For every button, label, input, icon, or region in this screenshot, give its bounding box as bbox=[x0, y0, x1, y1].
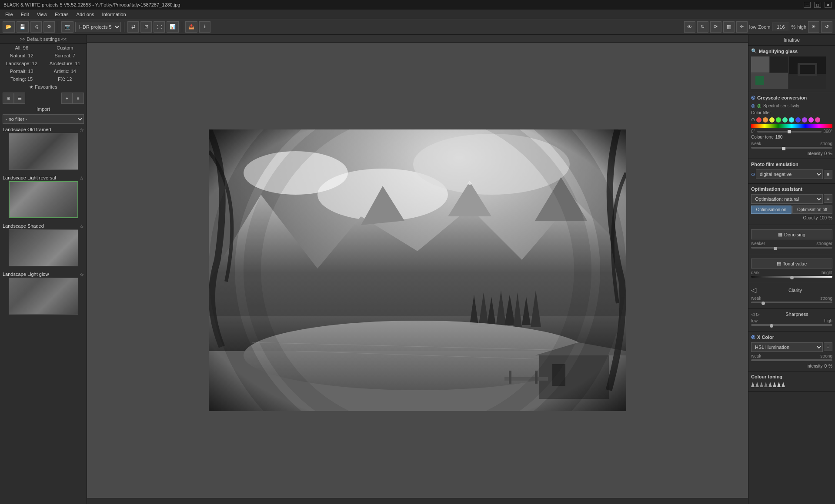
color-dot-cyan[interactable] bbox=[789, 117, 794, 123]
menu-file[interactable]: File bbox=[2, 11, 17, 18]
export-button[interactable]: 📤 bbox=[185, 21, 197, 33]
spectral-sensitivity-label[interactable]: Spectral sensitivity bbox=[763, 103, 799, 108]
intensity-thumb[interactable] bbox=[782, 147, 785, 150]
menu-view[interactable]: View bbox=[33, 11, 51, 18]
default-settings-header[interactable]: >> Default settings << bbox=[0, 35, 87, 44]
print-button[interactable]: 🖨 bbox=[30, 21, 42, 33]
import-button[interactable]: Import bbox=[0, 105, 87, 113]
denoising-tool-row[interactable]: ▦ Denoising bbox=[751, 229, 832, 239]
count-fx[interactable]: FX: 12 bbox=[43, 75, 87, 83]
image-container[interactable] bbox=[87, 43, 748, 498]
list-view-button[interactable]: ☰ bbox=[14, 93, 25, 104]
zoom-histogram-button[interactable]: ▦ bbox=[723, 21, 735, 33]
count-toning[interactable]: Toning: 15 bbox=[0, 75, 43, 83]
preset-name-1[interactable]: Landscape Old framed bbox=[3, 127, 51, 132]
menu-edit[interactable]: Edit bbox=[17, 11, 33, 18]
count-artistic[interactable]: Artistic: 14 bbox=[43, 67, 87, 75]
color-dot-magenta[interactable] bbox=[808, 117, 814, 123]
filter-dropdown[interactable]: - no filter - bbox=[3, 114, 84, 124]
color-dot-red[interactable] bbox=[756, 117, 762, 123]
film-emulation-select[interactable]: digital negative bbox=[756, 169, 823, 179]
zoom-sun-button[interactable]: ☀ bbox=[808, 21, 819, 33]
preset-name-3[interactable]: Landscape Shaded bbox=[3, 223, 44, 229]
sharpness-thumb[interactable] bbox=[770, 324, 773, 328]
add-preset-button[interactable]: + bbox=[61, 93, 73, 104]
mag-thumb-after[interactable] bbox=[789, 56, 826, 89]
menu-addons[interactable]: Add-ons bbox=[73, 11, 98, 18]
menu-information[interactable]: Information bbox=[99, 11, 130, 18]
colour-tone-thumb[interactable] bbox=[788, 130, 791, 133]
manage-preset-button[interactable]: ≡ bbox=[73, 93, 84, 104]
preset-thumbnail-1[interactable] bbox=[9, 133, 78, 170]
color-dot-orange[interactable] bbox=[763, 117, 768, 123]
count-architecture[interactable]: Arcitecture: 11 bbox=[43, 60, 87, 67]
finalise-header[interactable]: finalise bbox=[748, 35, 835, 46]
color-dot-green2[interactable] bbox=[782, 117, 788, 123]
fit-button[interactable]: ⊡ bbox=[140, 21, 152, 33]
optimisation-select[interactable]: Optimisation: natural bbox=[751, 194, 823, 204]
clarity-thumb[interactable] bbox=[762, 302, 765, 305]
x-color-settings-button[interactable]: ≡ bbox=[824, 342, 832, 351]
tone-marker-7[interactable] bbox=[777, 382, 781, 387]
colour-tone-bar[interactable] bbox=[751, 124, 832, 128]
zoom-refresh-button[interactable]: ↻ bbox=[697, 21, 708, 33]
count-landscape[interactable]: Landscape: 12 bbox=[0, 60, 43, 67]
zoom-rotate-button[interactable]: ↺ bbox=[821, 21, 832, 33]
favourites-link[interactable]: ★ Favourites bbox=[0, 83, 87, 91]
tone-marker-2[interactable] bbox=[755, 382, 759, 387]
open-button[interactable]: 📂 bbox=[3, 21, 15, 33]
tone-marker-5[interactable] bbox=[768, 382, 772, 387]
zoom-value-input[interactable]: 116 bbox=[772, 23, 789, 31]
tonal-thumb[interactable] bbox=[790, 276, 794, 279]
color-dot-yellow[interactable] bbox=[769, 117, 775, 123]
preset-thumbnail-4[interactable] bbox=[9, 278, 78, 315]
tone-marker-3[interactable] bbox=[760, 382, 763, 387]
preset-thumbnail-2[interactable] bbox=[9, 181, 78, 218]
color-dot-purple[interactable] bbox=[802, 117, 807, 123]
x-color-select[interactable]: HSL illumination bbox=[751, 342, 823, 352]
close-button[interactable]: ✕ bbox=[825, 2, 832, 8]
count-portrait[interactable]: Portrait: 13 bbox=[0, 67, 43, 75]
tone-marker-4[interactable] bbox=[764, 382, 768, 387]
info-button[interactable]: ℹ bbox=[199, 21, 210, 33]
count-surreal[interactable]: Surreal: 7 bbox=[43, 52, 87, 60]
color-dot-blue[interactable] bbox=[795, 117, 801, 123]
tonal-value-tool-row[interactable]: ▤ Tonal value bbox=[751, 259, 832, 269]
camera-button[interactable]: 📷 bbox=[61, 21, 73, 33]
mag-thumb-before[interactable] bbox=[751, 56, 788, 89]
color-auto-icon[interactable]: ⊙ bbox=[751, 117, 755, 123]
preset-name-2[interactable]: Landscape Light reversal bbox=[3, 175, 56, 180]
optimisation-settings-button[interactable]: ≡ bbox=[824, 194, 832, 203]
color-dot-green1[interactable] bbox=[776, 117, 781, 123]
preset-thumbnail-3[interactable] bbox=[9, 229, 78, 266]
zoom-reset-button[interactable]: ⟳ bbox=[710, 21, 721, 33]
count-custom[interactable]: Custom bbox=[43, 44, 87, 52]
grid-view-button[interactable]: ⊞ bbox=[3, 93, 14, 104]
film-emulation-settings-button[interactable]: ≡ bbox=[824, 170, 832, 179]
histogram-button[interactable]: 📊 bbox=[167, 21, 179, 33]
tone-marker-1[interactable] bbox=[751, 382, 755, 387]
fullscreen-button[interactable]: ⛶ bbox=[154, 21, 165, 33]
denoising-thumb[interactable] bbox=[774, 247, 777, 250]
preset-star-3[interactable]: ☆ bbox=[80, 224, 84, 229]
preset-name-4[interactable]: Landscape Light glow bbox=[3, 272, 49, 277]
zoom-crosshair-button[interactable]: ✛ bbox=[736, 21, 748, 33]
horizontal-scrollbar[interactable] bbox=[87, 498, 748, 504]
maximize-button[interactable]: □ bbox=[814, 2, 821, 8]
optimisation-off-button[interactable]: Optimisation off bbox=[792, 206, 833, 214]
save-button[interactable]: 💾 bbox=[17, 21, 29, 33]
zoom-eye-button[interactable]: 👁 bbox=[684, 21, 695, 33]
minimize-button[interactable]: ─ bbox=[804, 2, 811, 8]
count-natural[interactable]: Natural: 12 bbox=[0, 52, 43, 60]
color-dot-pink[interactable] bbox=[815, 117, 820, 123]
project-select[interactable]: HDR projects 5 bbox=[75, 22, 121, 32]
preset-star-2[interactable]: ☆ bbox=[80, 176, 84, 181]
count-all[interactable]: All: 96 bbox=[0, 44, 43, 52]
tone-marker-6[interactable] bbox=[773, 382, 776, 387]
preset-star-4[interactable]: ☆ bbox=[80, 272, 84, 278]
tone-marker-8[interactable] bbox=[782, 382, 785, 387]
menu-extras[interactable]: Extras bbox=[51, 11, 72, 18]
preset-star-1[interactable]: ☆ bbox=[80, 127, 84, 133]
settings-button[interactable]: ⚙ bbox=[43, 21, 55, 33]
optimisation-on-button[interactable]: Optimisation on bbox=[751, 206, 792, 214]
